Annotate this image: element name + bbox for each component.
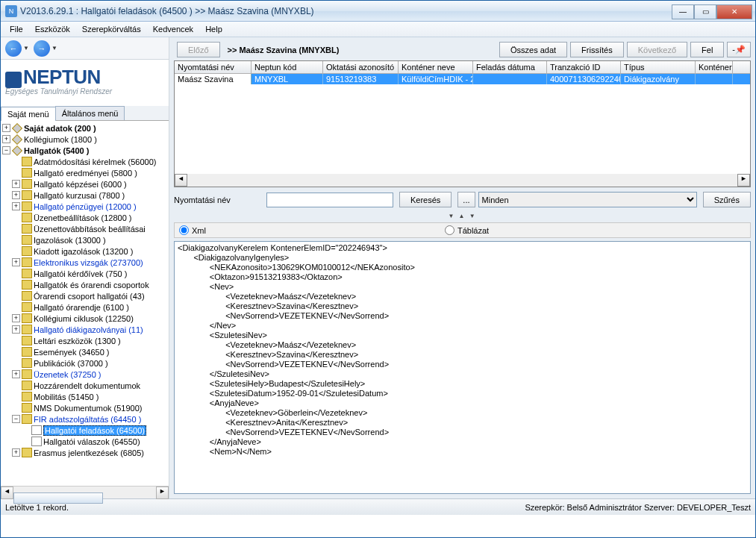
search-button[interactable]: Keresés bbox=[399, 192, 452, 207]
tree-item[interactable]: Órarendi csoport hallgatói (43) bbox=[1, 290, 169, 301]
nav-back-dropdown[interactable]: ▼ bbox=[23, 45, 29, 51]
tree-toggle[interactable]: + bbox=[12, 370, 20, 378]
grid-header-cell[interactable]: Nyomtatási név bbox=[175, 61, 252, 73]
tree-icon bbox=[22, 280, 32, 290]
data-grid[interactable]: Nyomtatási névNeptun kódOktatási azonosí… bbox=[174, 60, 751, 187]
tree-item[interactable]: +Üzenetek (37250 ) bbox=[1, 369, 169, 380]
tree-item[interactable]: Hozzárendelt dokumentumok bbox=[1, 380, 169, 391]
pin-button[interactable]: -📌 bbox=[727, 42, 751, 57]
tree-item[interactable]: +Saját adatok (200 ) bbox=[1, 122, 169, 134]
tree-item[interactable]: +Kollégiumok (1800 ) bbox=[1, 134, 169, 145]
tree-toggle[interactable]: − bbox=[2, 146, 10, 154]
tree-item[interactable]: +Kollégiumi ciklusok (12250) bbox=[1, 313, 169, 324]
tab-own-menu[interactable]: Saját menü bbox=[1, 107, 56, 121]
tree-toggle[interactable]: + bbox=[12, 258, 20, 266]
grid-cell[interactable]: Diákigazolvány bbox=[621, 74, 696, 84]
tree-item[interactable]: +Hallgató képzései (6000 ) bbox=[1, 178, 169, 190]
search-input[interactable] bbox=[266, 193, 393, 207]
tab-general-menu[interactable]: Általános menü bbox=[55, 106, 125, 120]
tree-toggle[interactable]: + bbox=[12, 180, 20, 188]
grid-header-cell[interactable]: Tranzakció ID bbox=[547, 61, 621, 73]
tree-item[interactable]: +Hallgató kurzusai (7800 ) bbox=[1, 190, 169, 201]
nav-back-button[interactable]: ← bbox=[5, 40, 22, 57]
tree-toggle[interactable]: + bbox=[2, 124, 10, 132]
tree-icon bbox=[31, 425, 42, 435]
tree-toggle[interactable]: + bbox=[12, 191, 20, 199]
tree-item[interactable]: Események (34650 ) bbox=[1, 346, 169, 357]
tree-label: Elektronikus vizsgák (273700) bbox=[34, 258, 143, 267]
grid-header-cell[interactable]: Típus bbox=[621, 61, 696, 73]
tree-item[interactable]: +Hallgató pénzügyei (12000 ) bbox=[1, 201, 169, 212]
search-more-button[interactable]: ... bbox=[457, 192, 475, 207]
filter-button[interactable]: Szűrés bbox=[703, 192, 751, 207]
refresh-button[interactable]: Frissítés bbox=[570, 42, 624, 57]
logo: NEPTUN Egységes Tanulmányi Rendszer bbox=[1, 60, 169, 100]
tree-item[interactable]: Hallgató órarendje (6100 ) bbox=[1, 301, 169, 313]
menu-file[interactable]: File bbox=[4, 23, 29, 35]
view-xml-radio[interactable]: Xml bbox=[179, 225, 206, 235]
minimize-button[interactable]: — bbox=[672, 4, 694, 19]
status-right: Szerepkör: Belső Adminisztrátor Szerver:… bbox=[525, 503, 751, 512]
tree-toggle[interactable]: + bbox=[12, 314, 20, 322]
grid-cell[interactable] bbox=[473, 74, 547, 84]
maximize-button[interactable]: ▭ bbox=[694, 4, 716, 19]
tree-item[interactable]: Publikációk (37000 ) bbox=[1, 357, 169, 369]
tree-icon bbox=[31, 437, 42, 446]
up-button[interactable]: Fel bbox=[690, 42, 724, 57]
tree-item[interactable]: Hallgatói kérdőívek (750 ) bbox=[1, 268, 169, 279]
xml-viewer[interactable]: <DiakigazolvanyKerelem KontenerElemID="2… bbox=[174, 241, 751, 494]
menu-help[interactable]: Help bbox=[199, 23, 228, 35]
splitter-handle[interactable]: ▼ ▲ ▼ bbox=[169, 212, 755, 219]
tree-icon bbox=[22, 168, 32, 178]
tree-item[interactable]: Üzenetbeállítások (12800 ) bbox=[1, 212, 169, 223]
grid-cell[interactable]: KülföldiCímHDIK - 2 bbox=[399, 74, 473, 84]
tree-toggle[interactable]: + bbox=[12, 202, 20, 210]
nav-tree[interactable]: +Saját adatok (200 )+Kollégiumok (1800 )… bbox=[1, 121, 169, 486]
filter-select[interactable]: Minden bbox=[478, 192, 697, 207]
tree-item[interactable]: −Hallgatók (5400 ) bbox=[1, 145, 169, 156]
grid-cell[interactable]: Maász Szavina bbox=[175, 74, 252, 84]
next-button[interactable]: Következő bbox=[627, 42, 687, 57]
grid-cell[interactable]: 40007113062922468 bbox=[547, 74, 621, 84]
tree-hscrollbar[interactable]: ◄► bbox=[1, 486, 169, 498]
menu-roleswitch[interactable]: Szerepkörváltás bbox=[76, 23, 147, 35]
prev-button[interactable]: Előző bbox=[177, 42, 220, 57]
tree-toggle[interactable]: + bbox=[12, 448, 20, 457]
tree-item[interactable]: Mobilitás (51450 ) bbox=[1, 391, 169, 402]
tree-item[interactable]: Hallgatók és órarendi csoportok bbox=[1, 279, 169, 290]
grid-cell[interactable]: MNYXBL bbox=[252, 74, 323, 84]
nav-forward-button[interactable]: → bbox=[34, 40, 50, 57]
tree-item[interactable]: NMS Dokumentumok (51900) bbox=[1, 402, 169, 413]
tree-toggle[interactable]: + bbox=[12, 325, 20, 334]
tree-item[interactable]: Üzenettovábbítások beállításai bbox=[1, 223, 169, 234]
tree-label: Hallgató diákigazolványai (11) bbox=[34, 325, 143, 334]
grid-hscrollbar[interactable]: ◄► bbox=[175, 174, 750, 187]
grid-header-cell[interactable]: Neptun kód bbox=[252, 61, 323, 73]
tree-toggle[interactable]: + bbox=[2, 135, 10, 143]
view-table-radio[interactable]: Táblázat bbox=[445, 225, 489, 235]
grid-header-cell[interactable]: Oktatási azonosító bbox=[323, 61, 399, 73]
all-data-button[interactable]: Összes adat bbox=[499, 42, 567, 57]
tree-item[interactable]: +Hallgató diákigazolványai (11) bbox=[1, 324, 169, 335]
grid-header-cell[interactable]: Konténer neve bbox=[399, 61, 473, 73]
tree-item[interactable]: Igazolások (13000 ) bbox=[1, 234, 169, 245]
nav-forward-dropdown[interactable]: ▼ bbox=[51, 45, 57, 51]
tree-item[interactable]: Hallgatói válaszok (64550) bbox=[1, 436, 169, 447]
menu-tools[interactable]: Eszközök bbox=[29, 23, 76, 35]
grid-cell[interactable]: 91513219383 bbox=[323, 74, 399, 84]
tree-item[interactable]: −FIR adatszolgáltatás (64450 ) bbox=[1, 413, 169, 425]
tree-item[interactable]: Hallgatói feladások (64500) bbox=[1, 425, 169, 436]
tree-toggle[interactable]: − bbox=[12, 415, 20, 423]
tree-item[interactable]: Leltári eszközök (1300 ) bbox=[1, 335, 169, 346]
tree-item[interactable]: +Elektronikus vizsgák (273700) bbox=[1, 257, 169, 268]
tree-label: Hallgató órarendje (6100 ) bbox=[34, 303, 129, 312]
tree-item[interactable]: +Erasmus jelentkezések (6805) bbox=[1, 447, 169, 458]
tree-item[interactable]: Hallgató eredményei (5800 ) bbox=[1, 167, 169, 178]
grid-cell[interactable] bbox=[696, 74, 733, 84]
menu-favorites[interactable]: Kedvencek bbox=[147, 23, 199, 35]
tree-item[interactable]: Adatmódosítási kérelmek (56000) bbox=[1, 156, 169, 167]
grid-header-cell[interactable]: Feladás dátuma bbox=[473, 61, 547, 73]
tree-item[interactable]: Kiadott igazolások (13200 ) bbox=[1, 245, 169, 257]
close-button[interactable]: ✕ bbox=[716, 4, 752, 19]
grid-header-cell[interactable]: Konténer bbox=[696, 61, 733, 73]
